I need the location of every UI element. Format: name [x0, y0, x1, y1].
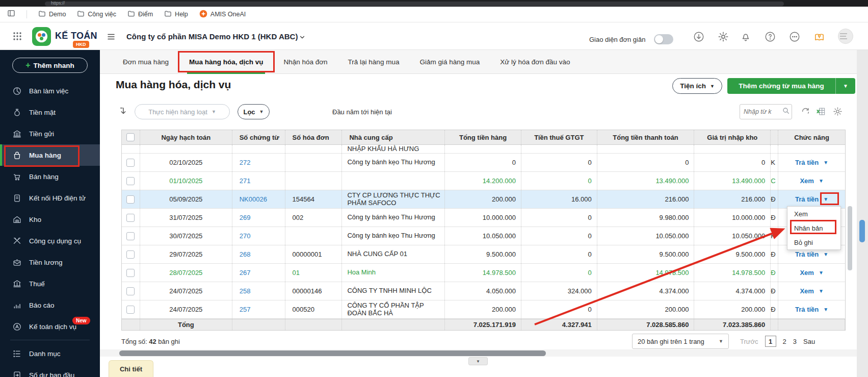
table-row[interactable]: 05/09/2025NK00026154564CTY CP LƯƠNG THỰC…: [122, 190, 845, 209]
search-box[interactable]: [740, 104, 792, 119]
table-scrollbar-thumb[interactable]: [848, 206, 852, 270]
row-action-link[interactable]: Trả tiền: [795, 195, 819, 203]
doc-number-cell[interactable]: 268: [232, 245, 285, 263]
row-checkbox[interactable]: [126, 159, 135, 167]
sidebar-item-tien-mat[interactable]: Tiền mặt: [0, 102, 100, 123]
help-icon[interactable]: [765, 31, 776, 44]
bookmark-demo[interactable]: Demo: [38, 10, 66, 19]
download-icon[interactable]: [693, 31, 704, 44]
sidebar-item-so-du-ban-dau[interactable]: Số dư ban đầu: [0, 364, 100, 377]
doc-number-cell[interactable]: 267: [232, 264, 285, 282]
table-row[interactable]: 30/07/2025270Công ty bánh kẹo Thu Hương1…: [122, 227, 845, 245]
chevron-down-icon[interactable]: [299, 34, 306, 43]
page-size-select[interactable]: 20 bản ghi trên 1 trang ▼: [632, 334, 729, 349]
bell-icon[interactable]: [740, 31, 751, 44]
filter-dropdown[interactable]: Lọc ▼: [238, 104, 270, 119]
column-header-so-hoa-don[interactable]: Số hóa đơn: [285, 130, 343, 144]
doc-number-cell[interactable]: NK00026: [232, 190, 285, 208]
table-row[interactable]: 02/10/2025272Công ty bánh kẹo Thu Hương0…: [122, 154, 845, 172]
tab-nhan-hoa-don[interactable]: Nhận hóa đơn: [283, 50, 327, 74]
pagination-page-2[interactable]: 2: [783, 338, 786, 345]
row-action-dropdown-icon[interactable]: ▼: [823, 196, 828, 202]
guide-book-icon[interactable]: [813, 31, 825, 45]
quick-add-button[interactable]: + Thêm nhanh: [12, 58, 88, 73]
table-row[interactable]: 24/07/202525800000146CÔNG TY TNHH MINH L…: [122, 282, 845, 300]
collapse-panel-button[interactable]: ▼: [468, 357, 488, 365]
gear-icon[interactable]: [718, 31, 729, 44]
row-action-link[interactable]: Xem: [800, 287, 813, 295]
tab-tra-lai-hang-mua[interactable]: Trả lại hàng mua: [348, 50, 400, 74]
simple-ui-toggle[interactable]: [654, 34, 673, 44]
doc-number-value[interactable]: 268: [240, 250, 251, 258]
row-action-link[interactable]: Trả tiền: [795, 159, 819, 166]
chevron-down-icon[interactable]: ▼: [836, 83, 855, 89]
menu-item-bo-ghi[interactable]: Bỏ ghi: [787, 235, 840, 249]
sidebar-item-cong-cu-dung-cu[interactable]: Công cụ dụng cụ: [0, 230, 100, 252]
url-field[interactable]: [45, 2, 784, 6]
row-checkbox[interactable]: [126, 232, 135, 240]
browser-scrollbar-thumb[interactable]: [859, 220, 865, 242]
row-action-dropdown-icon[interactable]: ▼: [823, 160, 828, 165]
pagination-next[interactable]: Sau: [803, 338, 815, 345]
row-action-dropdown-icon[interactable]: ▼: [819, 288, 824, 294]
sidebar-item-danh-muc[interactable]: Danh mục: [0, 343, 100, 364]
menu-item-nhan-ban[interactable]: Nhân bản: [787, 221, 840, 235]
row-checkbox[interactable]: [126, 214, 135, 222]
bookmark-cong-viec[interactable]: Công việc: [77, 10, 116, 19]
row-checkbox[interactable]: [126, 250, 135, 259]
detail-panel-tab[interactable]: Chi tiết: [109, 360, 153, 377]
hamburger-menu-icon[interactable]: [107, 32, 116, 43]
table-row-clipped[interactable]: NHẬP KHẨU HÀ HƯNG: [122, 145, 845, 154]
doc-number-cell[interactable]: 258: [232, 282, 285, 300]
doc-number-cell[interactable]: 270: [232, 227, 285, 245]
doc-number-value[interactable]: 257: [240, 306, 251, 313]
column-header-chuc-nang[interactable]: Chức năng: [778, 130, 845, 144]
table-row[interactable]: 29/07/202526800000001NHÀ CUNG CẤP 019.50…: [122, 245, 845, 264]
bookmark-amis-oneai[interactable]: AMIS OneAI: [199, 10, 246, 19]
doc-number-cell[interactable]: 271: [232, 172, 285, 190]
doc-number-value[interactable]: 267: [240, 269, 251, 277]
sidebar-item-ket-noi-hd-dien-tu[interactable]: Kết nối HĐ điện tử: [0, 187, 100, 209]
tab-don-mua-hang[interactable]: Đơn mua hàng: [123, 50, 169, 74]
row-action-link[interactable]: Trả tiền: [795, 306, 819, 313]
table-row[interactable]: 24/07/2025257000520CÔNG TY CỔ PHẦN TẬP Đ…: [122, 300, 845, 319]
doc-number-cell[interactable]: 257: [232, 300, 285, 318]
search-input[interactable]: [744, 108, 779, 115]
bulk-action-dropdown[interactable]: Thực hiện hàng loạt ▼: [135, 104, 230, 119]
column-header-tong-tien-thanh-toan[interactable]: Tổng tiền thanh toán: [597, 130, 695, 144]
row-checkbox[interactable]: [126, 269, 135, 277]
doc-number-value[interactable]: 269: [240, 214, 251, 221]
more-options-icon[interactable]: [789, 31, 800, 44]
doc-number-value[interactable]: 258: [240, 287, 251, 295]
sidebar-item-tien-gui[interactable]: Tiền gửi: [0, 123, 100, 144]
row-action-dropdown-icon[interactable]: ▼: [819, 270, 824, 275]
refresh-icon[interactable]: [801, 107, 810, 118]
doc-number-cell[interactable]: 269: [232, 209, 285, 227]
tab-mua-hang-hoa-dich-vu[interactable]: Mua hàng hóa, dịch vụ: [189, 50, 264, 74]
horizontal-scrollbar-thumb[interactable]: [119, 350, 546, 356]
column-header-gia-tri-nhap-kho[interactable]: Giá trị nhập kho: [694, 130, 771, 144]
row-action-link[interactable]: Xem: [800, 269, 813, 277]
sidebar-item-tien-luong[interactable]: Tiền lương: [0, 252, 100, 273]
column-header-t[interactable]: T: [771, 130, 778, 144]
table-row[interactable]: 31/07/2025269002Công ty bánh kẹo Thu Hươ…: [122, 209, 845, 227]
add-purchase-voucher-button[interactable]: Thêm chứng từ mua hàng ▼: [727, 78, 855, 94]
row-action-dropdown-icon[interactable]: ▼: [823, 252, 828, 257]
bookmark-help[interactable]: Help: [164, 10, 188, 19]
export-excel-icon[interactable]: [816, 107, 826, 118]
avatar[interactable]: [838, 29, 853, 44]
doc-number-value[interactable]: 270: [240, 232, 251, 240]
doc-number-cell[interactable]: 272: [232, 154, 285, 171]
column-header-tong-tien-hang[interactable]: Tổng tiền hàng: [445, 130, 521, 144]
pagination-page-1[interactable]: 1: [765, 336, 776, 347]
table-settings-gear-icon[interactable]: [833, 107, 843, 118]
column-header-tien-thue-gtgt[interactable]: Tiền thuế GTGT: [521, 130, 597, 144]
select-all-checkbox[interactable]: [126, 133, 135, 141]
sidebar-item-kho[interactable]: Kho: [0, 209, 100, 230]
utilities-button[interactable]: Tiện ích ▼: [672, 78, 722, 94]
doc-number-value[interactable]: 272: [240, 159, 251, 166]
doc-number-value[interactable]: 271: [240, 177, 251, 185]
tab-xu-ly-hoa-don-dau-vao[interactable]: Xử lý hóa đơn đầu vào: [500, 50, 570, 74]
column-header-so-chung-tu[interactable]: Số chứng từ: [232, 130, 285, 144]
sidebar-item-mua-hang[interactable]: Mua hàng: [0, 144, 100, 166]
